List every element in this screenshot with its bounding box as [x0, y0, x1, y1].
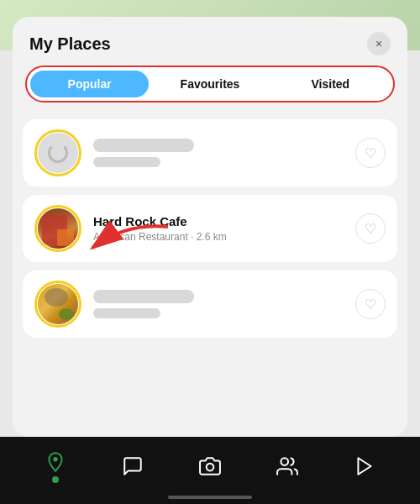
close-button[interactable]: × — [367, 32, 391, 55]
svg-point-2 — [207, 464, 214, 471]
item-info-loading — [93, 139, 344, 167]
svg-point-3 — [281, 458, 288, 465]
camera-icon — [198, 454, 222, 478]
tab-bar: Popular Favourites Visited — [25, 66, 395, 102]
card-title: My Places — [29, 34, 111, 54]
friends-icon — [276, 454, 299, 478]
home-indicator — [168, 496, 252, 499]
arrow-indicator — [76, 218, 176, 264]
nav-item-chat[interactable] — [121, 454, 144, 478]
sub-placeholder — [93, 308, 160, 318]
avatar-inner-hrc — [38, 208, 78, 249]
tab-favourites[interactable]: Favourites — [150, 71, 269, 97]
avatar-loading-wrap — [34, 129, 81, 176]
loading-spinner — [48, 143, 68, 163]
tab-visited[interactable]: Visited — [271, 71, 390, 97]
bottom-navigation — [0, 437, 420, 504]
item-info-food — [93, 290, 344, 318]
places-list: ♡ Hard Rock Cafe American Restaurant · 2… — [13, 113, 407, 437]
card-header: My Places × — [13, 17, 407, 66]
nav-item-friends[interactable] — [276, 454, 299, 478]
location-pin-icon — [44, 450, 67, 474]
avatar-inner-food — [38, 284, 78, 324]
svg-marker-4 — [358, 458, 370, 475]
tab-bar-wrapper: Popular Favourites Visited — [13, 66, 407, 113]
heart-icon: ♡ — [365, 297, 376, 312]
name-placeholder — [93, 290, 194, 303]
sub-placeholder — [93, 157, 160, 167]
nav-active-indicator — [52, 476, 59, 483]
favourite-button[interactable]: ♡ — [355, 289, 386, 319]
avatar-inner — [38, 133, 78, 173]
avatar-food-wrap — [34, 281, 81, 328]
list-item: ♡ — [23, 119, 397, 186]
nav-item-location[interactable] — [44, 450, 67, 483]
heart-icon: ♡ — [365, 145, 376, 161]
favourite-button[interactable]: ♡ — [355, 213, 386, 244]
nav-item-camera[interactable] — [198, 454, 222, 478]
food-image — [38, 284, 78, 324]
my-places-card: My Places × Popular Favourites Visited ♡ — [13, 17, 407, 437]
hrc-image — [38, 208, 78, 249]
tab-popular[interactable]: Popular — [30, 71, 149, 97]
heart-icon: ♡ — [365, 221, 376, 237]
favourite-button[interactable]: ♡ — [355, 138, 386, 168]
list-item: ♡ — [23, 270, 397, 338]
svg-point-1 — [53, 457, 57, 461]
nav-item-play[interactable] — [353, 454, 376, 478]
name-placeholder — [93, 139, 194, 152]
play-icon — [353, 454, 376, 478]
chat-icon — [121, 454, 144, 478]
avatar-hrc-wrap — [34, 205, 81, 252]
